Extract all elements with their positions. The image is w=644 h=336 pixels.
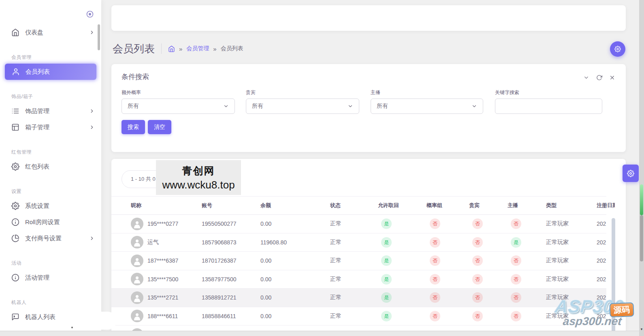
vip-select[interactable]: 所有 <box>246 98 359 114</box>
column-header: 贵宾 <box>469 202 508 209</box>
anchor-badge: 是 <box>511 237 521 248</box>
player-type: 正常玩家 <box>546 276 597 283</box>
anchor-badge: 否 <box>511 218 521 229</box>
sidebar-item-gear-icon[interactable]: 系统设置 <box>0 198 101 214</box>
sidebar-item-home-icon[interactable]: 仪表盘 <box>0 24 101 41</box>
nickname: 135****7500 <box>147 276 178 282</box>
probability-group-badge: 否 <box>430 255 440 266</box>
status: 正常 <box>330 239 378 246</box>
chevron-down-icon <box>348 103 353 109</box>
account: 13588912721 <box>202 294 260 301</box>
sidebar-item-label: Roll房间设置 <box>25 218 95 226</box>
chevron-right-icon <box>89 124 95 130</box>
select-value: 所有 <box>252 103 263 110</box>
close-icon[interactable] <box>609 75 615 81</box>
nickname: 135****2721 <box>147 294 178 301</box>
top-navbar-card: ➤ <box>111 5 626 31</box>
sidebar-section-label: 设置 <box>0 188 101 195</box>
anchor-badge: 否 <box>511 255 521 266</box>
sidebar-item-gear-icon[interactable]: 红包列表 <box>0 158 101 175</box>
scrollbar-thumb-gray[interactable] <box>640 215 643 261</box>
sidebar-collapse-toggle-icon[interactable] <box>86 10 94 18</box>
breadcrumb-link[interactable]: 会员管理 <box>186 45 209 52</box>
probability-group-badge: 否 <box>430 311 440 321</box>
sidebar-item-list-icon[interactable]: 饰品管理 <box>0 103 101 119</box>
allow-withdraw-badge: 是 <box>381 255 392 266</box>
sidebar-item-label: 箱子管理 <box>25 124 89 131</box>
balance: 119608.80 <box>260 239 330 246</box>
status: 正常 <box>330 257 378 264</box>
sidebar-item-label: 系统设置 <box>25 202 95 210</box>
column-header: 昵称 <box>131 202 202 209</box>
refresh-icon[interactable] <box>596 75 602 81</box>
sidebar-item-info-icon[interactable]: 活动管理 <box>0 270 101 286</box>
page-settings-button[interactable] <box>610 41 625 57</box>
vip-badge: 否 <box>472 292 483 303</box>
home-icon[interactable] <box>168 45 175 52</box>
search-button[interactable]: 搜索 <box>122 120 145 134</box>
watermark-line2: www.wcku8.top <box>162 179 235 191</box>
horizontal-scrollbar[interactable] <box>0 331 644 336</box>
search-panel: 条件搜索 额外概率 所有 贵宾 所有 主播 所有 关键字搜索 搜索 清空 <box>111 64 626 152</box>
table-row[interactable]: 运气18579068873119608.80正常是否否是正常玩家202 <box>111 233 606 252</box>
sidebar-item-label: 仪表盘 <box>25 29 89 36</box>
table-row[interactable]: 188****6611188588466110.00正常是否否否正常玩家202 <box>111 307 606 326</box>
table-row[interactable]: 135****2721135889127210.00正常是否否否正常玩家202 <box>111 289 606 307</box>
column-header: 注册日期 <box>597 202 615 209</box>
sidebar-item-label: 红包列表 <box>25 163 95 171</box>
field-label: 主播 <box>371 89 483 96</box>
nickname: 188****6611 <box>147 313 178 319</box>
sidebar-scrollbar[interactable] <box>98 24 100 50</box>
user-icon <box>12 68 20 76</box>
site-watermark: 青创网 www.wcku8.top <box>156 160 241 195</box>
status: 正常 <box>330 276 378 283</box>
page-scrollbar[interactable]: ▾ <box>639 0 644 336</box>
allow-withdraw-badge: 是 <box>381 311 392 321</box>
vip-badge: 否 <box>472 255 483 266</box>
column-header: 主播 <box>508 202 546 209</box>
sidebar-item-label: 会员列表 <box>26 68 94 76</box>
breadcrumb: 会员列表 » 会员管理 » 会员列表 <box>113 39 243 58</box>
column-header: 账号 <box>202 202 260 209</box>
breadcrumb-separator: » <box>213 45 216 52</box>
scrollbar-down-arrow-icon[interactable]: ▾ <box>639 327 644 331</box>
customizer-settings-button[interactable] <box>623 165 639 182</box>
layout-icon <box>11 123 19 131</box>
search-panel-title: 条件搜索 <box>122 72 149 81</box>
anchor-badge: 否 <box>511 311 521 321</box>
account: 19550500277 <box>202 220 260 227</box>
tooltip-artifact <box>56 312 117 330</box>
column-header: 允许取回 <box>378 202 426 209</box>
table-row[interactable]: 135****7500135879775000.00正常是否否否正常玩家202 <box>111 270 606 289</box>
table-scrollbar[interactable] <box>612 218 615 334</box>
player-type: 正常玩家 <box>546 220 597 227</box>
table-row[interactable]: 187****6387187017263870.00正常是否否否正常玩家202 <box>111 252 606 270</box>
sidebar-section-label: 会员管理 <box>0 54 101 60</box>
sidebar-item-layout-icon[interactable]: 箱子管理 <box>0 119 101 135</box>
field-label: 贵宾 <box>246 89 359 96</box>
collapse-chevron-icon[interactable] <box>583 75 589 81</box>
home-icon <box>11 28 19 36</box>
select-value: 所有 <box>377 103 388 110</box>
keyword-search-input[interactable] <box>495 98 602 114</box>
vip-badge: 否 <box>472 218 483 229</box>
pie-chart-icon <box>11 234 19 242</box>
allow-withdraw-badge: 是 <box>381 218 392 229</box>
chevron-right-icon <box>89 30 95 35</box>
nickname: 195****0277 <box>147 220 178 227</box>
field-label: 额外概率 <box>122 89 235 96</box>
search-actions: 搜索 清空 <box>122 120 171 134</box>
scrollbar-thumb-green[interactable] <box>640 184 643 215</box>
chevron-down-icon <box>471 103 477 109</box>
extra-probability-select[interactable]: 所有 <box>122 98 235 114</box>
sidebar-item-info-icon[interactable]: Roll房间设置 <box>0 214 101 230</box>
clear-button[interactable]: 清空 <box>148 120 171 134</box>
anchor-select[interactable]: 所有 <box>371 98 483 114</box>
filter-field: 主播 所有 <box>371 89 483 114</box>
table-row[interactable]: 195****0277195505002770.00正常是否否否正常玩家202 <box>111 215 606 233</box>
allow-withdraw-badge: 是 <box>381 292 392 303</box>
avatar <box>131 273 143 285</box>
breadcrumb-separator: » <box>179 45 182 52</box>
sidebar-item-pie-chart-icon[interactable]: 支付商号设置 <box>0 230 101 246</box>
sidebar-item-user-icon[interactable]: 会员列表 <box>5 64 96 80</box>
